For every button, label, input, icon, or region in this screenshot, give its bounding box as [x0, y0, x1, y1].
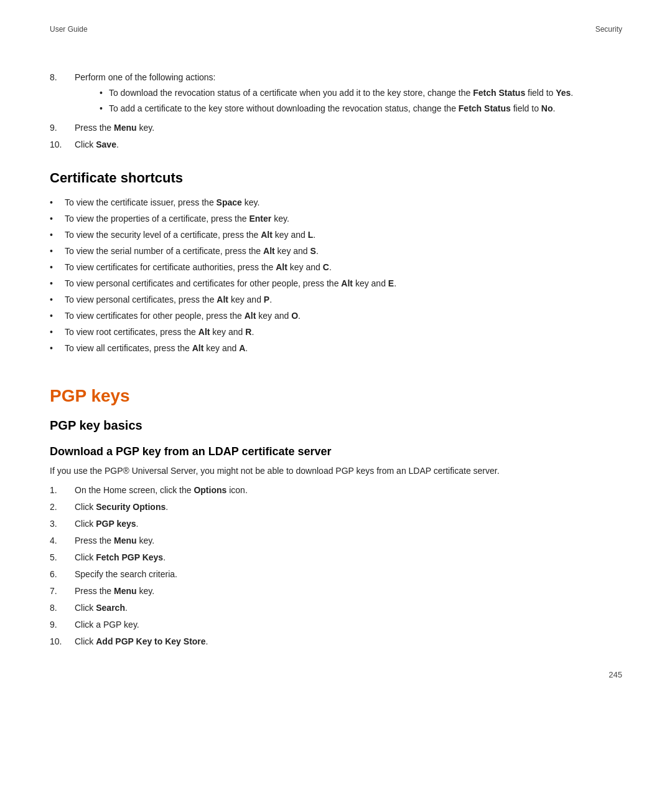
pgp-step-1-text: On the Home screen, click the Options ic… — [75, 484, 622, 497]
list-item-8: 8. Perform one of the following actions:… — [50, 71, 622, 118]
pgp-keys-main-title: PGP keys — [50, 386, 622, 406]
item-10-num: 10. — [50, 138, 75, 151]
certificate-shortcuts-title: Certificate shortcuts — [50, 170, 622, 186]
cert-bullet-2-text: To view the properties of a certificate,… — [65, 212, 622, 225]
pgp-keys-section: PGP keys PGP key basics Download a PGP k… — [50, 386, 622, 648]
pgp-step-2-num: 2. — [50, 501, 75, 514]
certificate-shortcuts-list: To view the certificate issuer, press th… — [50, 196, 622, 355]
cert-bullet-3: To view the security level of a certific… — [50, 229, 622, 242]
item-10-text: Click Save. — [75, 138, 622, 151]
pgp-step-4: 4. Press the Menu key. — [50, 534, 622, 547]
pgp-step-6: 6. Specify the search criteria. — [50, 568, 622, 581]
main-content: 8. Perform one of the following actions:… — [50, 71, 622, 648]
cert-bullet-4: To view the serial number of a certifica… — [50, 245, 622, 258]
cert-bullet-1: To view the certificate issuer, press th… — [50, 196, 622, 209]
item-9-num: 9. — [50, 121, 75, 134]
pgp-step-9-text: Click a PGP key. — [75, 618, 622, 631]
sub-bullet-2: To add a certificate to the key store wi… — [100, 102, 622, 115]
intro-numbered-list: 8. Perform one of the following actions:… — [50, 71, 622, 151]
pgp-step-3-text: Click PGP keys. — [75, 517, 622, 531]
pgp-step-2-text: Click Security Options. — [75, 501, 622, 514]
header-left: User Guide — [50, 25, 88, 34]
pgp-step-2: 2. Click Security Options. — [50, 501, 622, 514]
pgp-step-3-num: 3. — [50, 517, 75, 531]
pgp-step-10-num: 10. — [50, 635, 75, 648]
sub-bullet-2-text: To add a certificate to the key store wi… — [109, 102, 556, 115]
cert-bullet-8-text: To view certificates for other people, p… — [65, 309, 622, 323]
cert-bullet-9-text: To view root certificates, press the Alt… — [65, 326, 622, 339]
pgp-step-5: 5. Click Fetch PGP Keys. — [50, 551, 622, 564]
pgp-step-1-num: 1. — [50, 484, 75, 497]
item-9-text: Press the Menu key. — [75, 121, 622, 134]
download-pgp-title: Download a PGP key from an LDAP certific… — [50, 445, 622, 458]
certificate-shortcuts-section: Certificate shortcuts To view the certif… — [50, 170, 622, 355]
sub-bullet-1: To download the revocation status of a c… — [100, 87, 622, 100]
list-item-9: 9. Press the Menu key. — [50, 121, 622, 134]
pgp-step-7-text: Press the Menu key. — [75, 585, 622, 598]
pgp-step-4-num: 4. — [50, 534, 75, 547]
pgp-step-6-text: Specify the search criteria. — [75, 568, 622, 581]
pgp-intro-text: If you use the PGP® Universal Server, yo… — [50, 465, 622, 478]
cert-bullet-10: To view all certificates, press the Alt … — [50, 342, 622, 355]
page-number: 245 — [609, 670, 622, 679]
cert-bullet-2: To view the properties of a certificate,… — [50, 212, 622, 225]
pgp-key-basics-title: PGP key basics — [50, 418, 622, 433]
cert-bullet-4-text: To view the serial number of a certifica… — [65, 245, 622, 258]
list-item-10: 10. Click Save. — [50, 138, 622, 151]
pgp-step-3: 3. Click PGP keys. — [50, 517, 622, 531]
pgp-step-10-text: Click Add PGP Key to Key Store. — [75, 635, 622, 648]
pgp-step-9: 9. Click a PGP key. — [50, 618, 622, 631]
pgp-step-5-text: Click Fetch PGP Keys. — [75, 551, 622, 564]
item-8-text: Perform one of the following actions: To… — [75, 71, 622, 118]
cert-bullet-5: To view certificates for certificate aut… — [50, 261, 622, 274]
cert-bullet-9: To view root certificates, press the Alt… — [50, 326, 622, 339]
pgp-step-1: 1. On the Home screen, click the Options… — [50, 484, 622, 497]
cert-bullet-6: To view personal certificates and certif… — [50, 277, 622, 290]
pgp-step-8: 8. Click Search. — [50, 602, 622, 615]
item-8-subbullets: To download the revocation status of a c… — [100, 87, 622, 115]
pgp-steps-list: 1. On the Home screen, click the Options… — [50, 484, 622, 648]
pgp-step-7: 7. Press the Menu key. — [50, 585, 622, 598]
pgp-step-8-num: 8. — [50, 602, 75, 615]
cert-bullet-3-text: To view the security level of a certific… — [65, 229, 622, 242]
pgp-step-9-num: 9. — [50, 618, 75, 631]
pgp-step-7-num: 7. — [50, 585, 75, 598]
page-header: User Guide Security — [50, 25, 622, 34]
cert-bullet-8: To view certificates for other people, p… — [50, 309, 622, 323]
pgp-step-6-num: 6. — [50, 568, 75, 581]
cert-bullet-10-text: To view all certificates, press the Alt … — [65, 342, 622, 355]
item-8-main-text: Perform one of the following actions: — [75, 72, 215, 82]
pgp-step-10: 10. Click Add PGP Key to Key Store. — [50, 635, 622, 648]
pgp-step-4-text: Press the Menu key. — [75, 534, 622, 547]
cert-bullet-7-text: To view personal certificates, press the… — [65, 293, 622, 306]
item-8-num: 8. — [50, 71, 75, 118]
cert-bullet-7: To view personal certificates, press the… — [50, 293, 622, 306]
sub-bullet-1-text: To download the revocation status of a c… — [109, 87, 573, 100]
cert-bullet-5-text: To view certificates for certificate aut… — [65, 261, 622, 274]
header-right: Security — [595, 25, 622, 34]
pgp-step-5-num: 5. — [50, 551, 75, 564]
cert-bullet-1-text: To view the certificate issuer, press th… — [65, 196, 622, 209]
cert-bullet-6-text: To view personal certificates and certif… — [65, 277, 622, 290]
pgp-step-8-text: Click Search. — [75, 602, 622, 615]
